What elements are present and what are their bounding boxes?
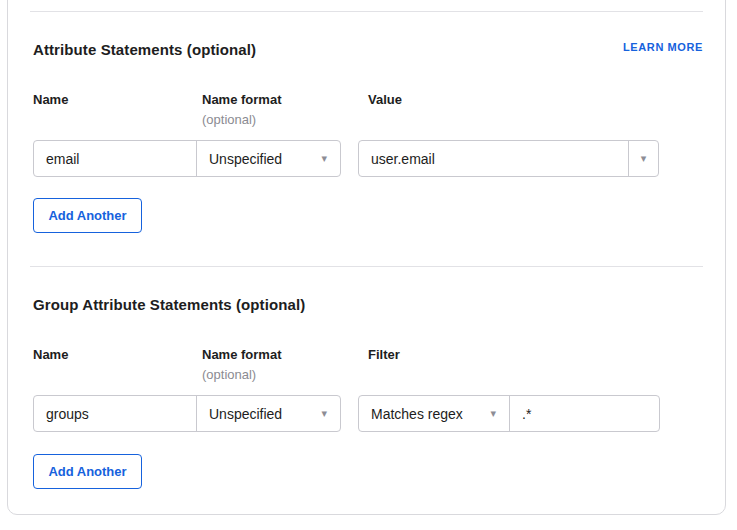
- attribute-name-format-group: Unspecified ▾: [33, 140, 341, 177]
- chevron-down-icon: ▾: [641, 153, 647, 164]
- attribute-name-format-selected: Unspecified: [209, 151, 282, 167]
- attribute-statements-title: Attribute Statements (optional): [33, 41, 256, 58]
- column-header-name-format: Name format: [202, 347, 281, 362]
- chevron-down-icon: ▾: [321, 153, 327, 164]
- attribute-value-dropdown-toggle[interactable]: ▾: [628, 141, 658, 176]
- add-another-group-attribute-button[interactable]: Add Another: [33, 454, 142, 489]
- group-name-format-select[interactable]: Unspecified ▾: [196, 396, 340, 431]
- section-divider-middle: [30, 266, 703, 267]
- section-divider-top: [30, 11, 703, 12]
- add-another-attribute-button[interactable]: Add Another: [33, 198, 142, 233]
- column-header-filter: Filter: [368, 347, 400, 362]
- attribute-value-input[interactable]: [359, 141, 628, 176]
- group-name-format-group: Unspecified ▾: [33, 395, 341, 432]
- chevron-down-icon: ▾: [490, 408, 496, 419]
- learn-more-link[interactable]: LEARN MORE: [623, 41, 703, 53]
- group-filter-value-input[interactable]: [509, 396, 659, 431]
- group-filter-type-select[interactable]: Matches regex ▾: [359, 396, 509, 431]
- saml-settings-card: Attribute Statements (optional) LEARN MO…: [7, 0, 726, 515]
- column-header-name-format: Name format: [202, 92, 281, 107]
- chevron-down-icon: ▾: [321, 408, 327, 419]
- column-header-name: Name: [33, 92, 68, 107]
- group-filter-type-selected: Matches regex: [371, 406, 463, 422]
- group-attribute-statements-title: Group Attribute Statements (optional): [33, 296, 305, 313]
- attribute-name-input[interactable]: [34, 141, 196, 176]
- group-name-input[interactable]: [34, 396, 196, 431]
- column-header-value: Value: [368, 92, 402, 107]
- column-header-name: Name: [33, 347, 68, 362]
- attribute-value-group: ▾: [358, 140, 659, 177]
- group-filter-group: Matches regex ▾: [358, 395, 660, 432]
- group-name-format-selected: Unspecified: [209, 406, 282, 422]
- name-format-optional-hint: (optional): [202, 367, 256, 382]
- name-format-optional-hint: (optional): [202, 112, 256, 127]
- attribute-name-format-select[interactable]: Unspecified ▾: [196, 141, 340, 176]
